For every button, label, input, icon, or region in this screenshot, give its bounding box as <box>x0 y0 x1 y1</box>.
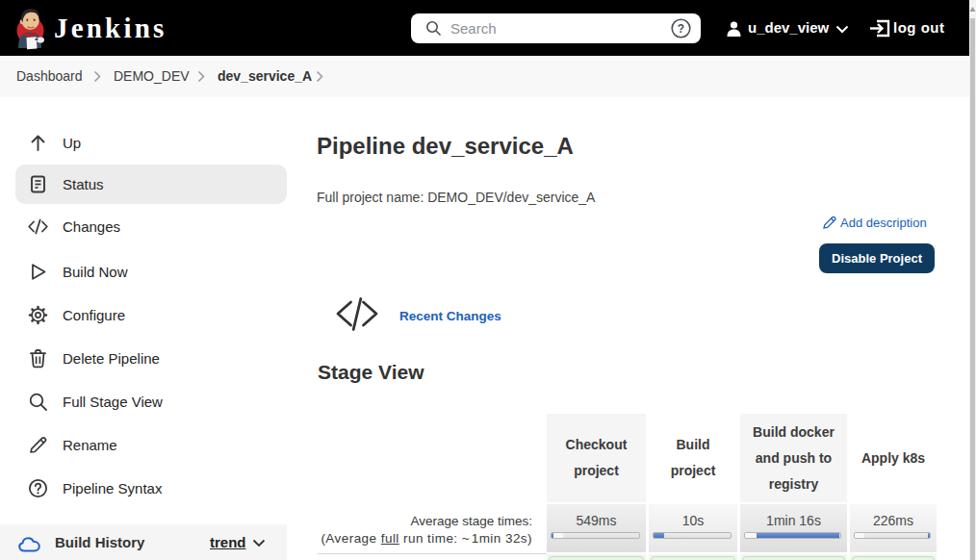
svg-text:?: ? <box>678 22 684 36</box>
